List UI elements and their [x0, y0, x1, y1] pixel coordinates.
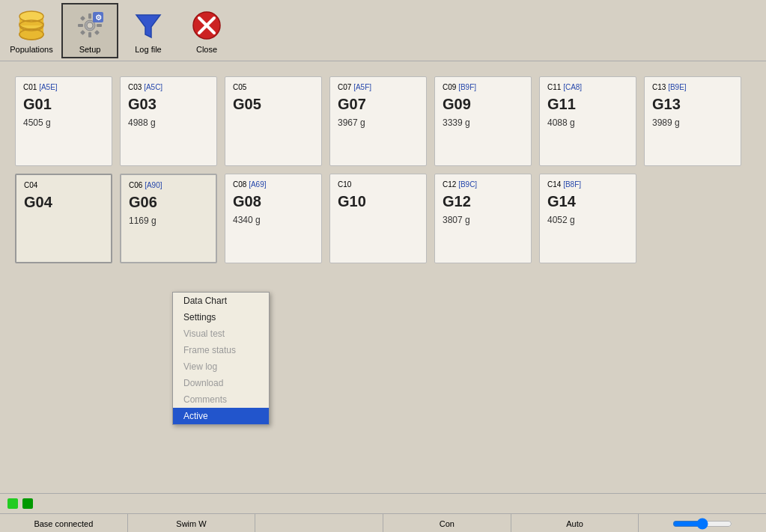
logfile-icon — [130, 7, 166, 43]
context-menu: Data Chart Settings Visual test Frame st… — [172, 292, 270, 425]
context-menu-frame-status: Frame status — [173, 342, 269, 358]
status-swim: Swim W — [128, 514, 256, 532]
card-code-g06: C06 [A90] — [129, 181, 208, 189]
status-empty — [255, 514, 383, 532]
svg-marker-19 — [136, 15, 160, 37]
card-weight-g03: 4988 g — [128, 117, 209, 128]
card-name-g07: G07 — [338, 96, 419, 113]
card-name-g10: G10 — [338, 193, 419, 210]
setup-icon: ⚙ — [72, 7, 108, 43]
card-code-g09: C09 [B9F] — [443, 83, 523, 91]
card-code-g03: C03 [A5C] — [128, 83, 209, 91]
card-weight-g09: 3339 g — [443, 117, 523, 128]
card-name-g05: G05 — [233, 96, 314, 113]
slider-control[interactable] — [672, 518, 732, 530]
card-g06[interactable]: C06 [A90] G06 1169 g — [120, 174, 217, 263]
status-slider — [639, 514, 766, 532]
context-menu-visual-test: Visual test — [173, 325, 269, 342]
card-g14[interactable]: C14 [B8F] G14 4052 g — [539, 174, 636, 263]
status-auto: Auto — [511, 514, 639, 532]
populations-label: Populations — [10, 45, 53, 54]
context-menu-download: Download — [173, 375, 269, 391]
setup-label: Setup — [79, 45, 101, 54]
card-name-g14: G14 — [547, 193, 628, 210]
card-g13[interactable]: C13 [B9E] G13 3989 g — [644, 76, 741, 166]
card-code-g11: C11 [CA8] — [547, 83, 628, 91]
svg-rect-15 — [80, 30, 85, 35]
status-con: Con — [383, 514, 511, 532]
card-weight-g01: 4505 g — [23, 117, 104, 128]
card-name-g06: G06 — [129, 194, 208, 211]
card-name-g03: G03 — [128, 96, 209, 113]
card-row-2: C04 G04 C06 [A90] G06 1169 g Data Chart … — [15, 174, 751, 263]
card-g09[interactable]: C09 [B9F] G09 3339 g — [434, 76, 532, 166]
statusbar: Base connected Swim W Con Auto — [0, 493, 766, 532]
card-code-g05: C05 — [233, 83, 314, 91]
svg-text:⚙: ⚙ — [95, 13, 102, 22]
card-code-g07: C07 [A5F] — [338, 83, 419, 91]
populations-button[interactable]: Populations — [3, 3, 60, 58]
card-weight-g07: 3967 g — [338, 117, 419, 128]
card-name-g08: G08 — [233, 193, 314, 210]
card-g11[interactable]: C11 [CA8] G11 4088 g — [539, 76, 636, 166]
status-dot-green — [7, 498, 18, 509]
context-menu-view-log: View log — [173, 358, 269, 375]
card-weight-g14: 4052 g — [547, 215, 628, 225]
toolbar: Populations ⚙ Setup — [0, 0, 766, 61]
card-g12[interactable]: C12 [B9C] G12 3807 g — [434, 174, 532, 263]
card-g10[interactable]: C10 G10 — [329, 174, 427, 263]
card-weight-g08: 4340 g — [233, 215, 314, 225]
card-weight-g12: 3807 g — [443, 215, 523, 225]
card-name-g11: G11 — [547, 96, 628, 113]
card-weight-g06: 1169 g — [129, 215, 208, 226]
svg-rect-11 — [78, 24, 83, 27]
card-g05[interactable]: C05 G05 — [225, 76, 322, 166]
card-code-g04: C04 — [24, 181, 103, 189]
status-indicators — [0, 494, 766, 513]
svg-rect-10 — [88, 32, 91, 37]
card-code-g12: C12 [B9C] — [443, 180, 523, 189]
populations-icon — [13, 7, 49, 43]
card-g08[interactable]: C08 [A69] G08 4340 g — [225, 174, 322, 263]
card-name-g04: G04 — [24, 194, 103, 211]
logfile-button[interactable]: Log file — [120, 3, 177, 58]
svg-rect-12 — [97, 24, 102, 27]
status-fields: Base connected Swim W Con Auto — [0, 513, 766, 532]
close-label: Close — [196, 45, 217, 54]
card-code-g13: C13 [B9E] — [652, 83, 733, 91]
status-base: Base connected — [0, 514, 128, 532]
card-code-g08: C08 [A69] — [233, 180, 314, 189]
card-name-g13: G13 — [652, 96, 733, 113]
close-button[interactable]: Close — [178, 3, 235, 58]
card-weight-g13: 3989 g — [652, 117, 733, 128]
context-menu-data-chart[interactable]: Data Chart — [173, 293, 269, 309]
card-g04[interactable]: C04 G04 — [15, 174, 112, 263]
card-name-g01: G01 — [23, 96, 104, 113]
card-code-g14: C14 [B8F] — [547, 180, 628, 189]
card-weight-g11: 4088 g — [547, 117, 628, 128]
card-g06-container: C06 [A90] G06 1169 g Data Chart Settings… — [120, 174, 217, 263]
logfile-label: Log file — [135, 45, 161, 54]
context-menu-active[interactable]: Active — [173, 408, 269, 424]
card-name-g12: G12 — [443, 193, 523, 210]
status-dot-dark-green — [22, 498, 33, 509]
card-name-g09: G09 — [443, 96, 523, 113]
svg-rect-9 — [88, 13, 91, 19]
context-menu-settings[interactable]: Settings — [173, 309, 269, 325]
context-menu-comments: Comments — [173, 391, 269, 408]
card-g01[interactable]: C01 [A5E] G01 4505 g — [15, 76, 112, 166]
setup-button[interactable]: ⚙ Setup — [61, 3, 118, 58]
card-row-1: C01 [A5E] G01 4505 g C03 [A5C] G03 4988 … — [15, 76, 751, 166]
main-content: C01 [A5E] G01 4505 g C03 [A5C] G03 4988 … — [0, 61, 766, 286]
card-g07[interactable]: C07 [A5F] G07 3967 g — [329, 76, 427, 166]
svg-point-8 — [87, 22, 93, 28]
svg-rect-14 — [94, 30, 100, 35]
svg-rect-13 — [80, 16, 85, 21]
card-g03[interactable]: C03 [A5C] G03 4988 g — [120, 76, 217, 166]
close-icon — [189, 7, 225, 43]
card-code-g10: C10 — [338, 180, 419, 189]
card-code-g01: C01 [A5E] — [23, 83, 104, 91]
